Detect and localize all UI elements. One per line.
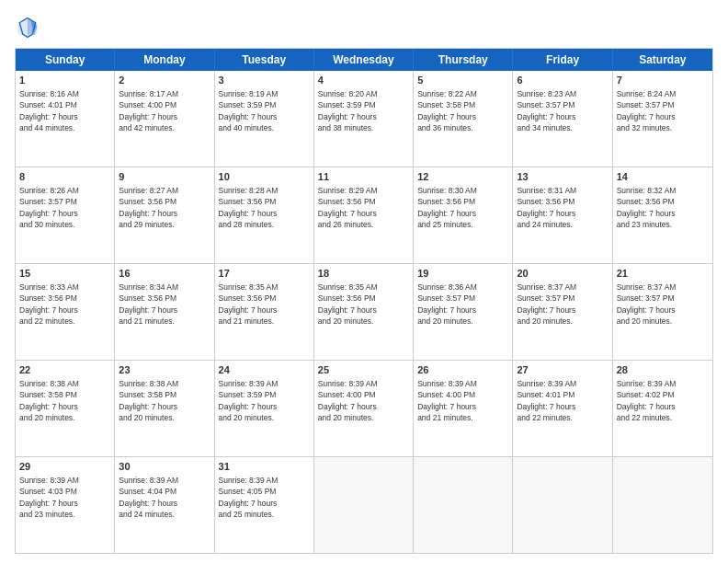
cal-cell-21: 21Sunrise: 8:37 AM Sunset: 3:57 PM Dayli… [613, 264, 712, 360]
day-number: 18 [318, 267, 409, 281]
week-row-1: 1Sunrise: 8:16 AM Sunset: 4:01 PM Daylig… [16, 71, 712, 167]
day-number: 7 [617, 74, 709, 87]
day-number: 30 [119, 460, 210, 474]
calendar-header: SundayMondayTuesdayWednesdayThursdayFrid… [16, 49, 712, 71]
day-number: 17 [219, 267, 310, 281]
cell-info: Sunrise: 8:39 AM Sunset: 4:01 PM Dayligh… [517, 379, 576, 422]
cal-cell-17: 17Sunrise: 8:35 AM Sunset: 3:56 PM Dayli… [215, 264, 314, 360]
cell-info: Sunrise: 8:38 AM Sunset: 3:58 PM Dayligh… [19, 379, 79, 422]
day-number: 24 [219, 363, 310, 377]
day-number: 6 [517, 74, 608, 87]
cell-info: Sunrise: 8:39 AM Sunset: 3:59 PM Dayligh… [219, 379, 279, 422]
page: SundayMondayTuesdayWednesdayThursdayFrid… [0, 0, 728, 563]
cal-cell-29: 29Sunrise: 8:39 AM Sunset: 4:03 PM Dayli… [16, 457, 115, 553]
cal-cell-5: 5Sunrise: 8:22 AM Sunset: 3:58 PM Daylig… [414, 71, 513, 167]
header-day-monday: Monday [115, 49, 214, 71]
day-number: 21 [617, 267, 709, 281]
cell-info: Sunrise: 8:39 AM Sunset: 4:00 PM Dayligh… [417, 379, 477, 422]
cell-info: Sunrise: 8:39 AM Sunset: 4:05 PM Dayligh… [219, 476, 279, 519]
day-number: 31 [219, 460, 310, 474]
cal-cell-31: 31Sunrise: 8:39 AM Sunset: 4:05 PM Dayli… [215, 457, 314, 553]
cal-cell-6: 6Sunrise: 8:23 AM Sunset: 3:57 PM Daylig… [513, 71, 612, 167]
logo [15, 15, 44, 40]
cal-cell-14: 14Sunrise: 8:32 AM Sunset: 3:56 PM Dayli… [613, 167, 712, 263]
cal-cell-20: 20Sunrise: 8:37 AM Sunset: 3:57 PM Dayli… [513, 264, 612, 360]
cell-info: Sunrise: 8:36 AM Sunset: 3:57 PM Dayligh… [417, 282, 477, 326]
header-day-sunday: Sunday [16, 49, 115, 71]
calendar-body: 1Sunrise: 8:16 AM Sunset: 4:01 PM Daylig… [16, 71, 712, 553]
day-number: 3 [219, 74, 310, 87]
day-number: 20 [517, 267, 608, 281]
cal-cell-27: 27Sunrise: 8:39 AM Sunset: 4:01 PM Dayli… [513, 361, 612, 456]
cal-cell-7: 7Sunrise: 8:24 AM Sunset: 3:57 PM Daylig… [613, 71, 712, 167]
day-number: 13 [517, 170, 608, 184]
cell-info: Sunrise: 8:23 AM Sunset: 3:57 PM Dayligh… [517, 89, 576, 132]
cal-cell-11: 11Sunrise: 8:29 AM Sunset: 3:56 PM Dayli… [314, 167, 414, 263]
cal-cell-empty [314, 457, 414, 553]
cell-info: Sunrise: 8:39 AM Sunset: 4:03 PM Dayligh… [19, 476, 79, 519]
week-row-5: 29Sunrise: 8:39 AM Sunset: 4:03 PM Dayli… [16, 456, 712, 553]
day-number: 25 [318, 363, 409, 377]
logo-icon [15, 15, 40, 40]
cell-info: Sunrise: 8:35 AM Sunset: 3:56 PM Dayligh… [219, 282, 279, 326]
cal-cell-2: 2Sunrise: 8:17 AM Sunset: 4:00 PM Daylig… [115, 71, 214, 167]
cell-info: Sunrise: 8:30 AM Sunset: 3:56 PM Dayligh… [417, 186, 477, 229]
header-day-wednesday: Wednesday [314, 49, 414, 71]
cal-cell-16: 16Sunrise: 8:34 AM Sunset: 3:56 PM Dayli… [115, 264, 214, 360]
week-row-4: 22Sunrise: 8:38 AM Sunset: 3:58 PM Dayli… [16, 360, 712, 456]
cal-cell-30: 30Sunrise: 8:39 AM Sunset: 4:04 PM Dayli… [115, 457, 214, 553]
cal-cell-19: 19Sunrise: 8:36 AM Sunset: 3:57 PM Dayli… [414, 264, 513, 360]
day-number: 1 [19, 74, 110, 87]
cell-info: Sunrise: 8:20 AM Sunset: 3:59 PM Dayligh… [318, 89, 378, 132]
cell-info: Sunrise: 8:37 AM Sunset: 3:57 PM Dayligh… [517, 282, 576, 326]
day-number: 14 [617, 170, 709, 184]
day-number: 19 [417, 267, 508, 281]
header [15, 15, 713, 40]
cal-cell-3: 3Sunrise: 8:19 AM Sunset: 3:59 PM Daylig… [215, 71, 314, 167]
day-number: 2 [119, 74, 210, 87]
cell-info: Sunrise: 8:17 AM Sunset: 4:00 PM Dayligh… [119, 89, 178, 132]
header-day-saturday: Saturday [613, 49, 712, 71]
cal-cell-13: 13Sunrise: 8:31 AM Sunset: 3:56 PM Dayli… [513, 167, 612, 263]
week-row-2: 8Sunrise: 8:26 AM Sunset: 3:57 PM Daylig… [16, 167, 712, 263]
cal-cell-12: 12Sunrise: 8:30 AM Sunset: 3:56 PM Dayli… [414, 167, 513, 263]
cal-cell-18: 18Sunrise: 8:35 AM Sunset: 3:56 PM Dayli… [314, 264, 414, 360]
cal-cell-1: 1Sunrise: 8:16 AM Sunset: 4:01 PM Daylig… [16, 71, 115, 167]
cal-cell-25: 25Sunrise: 8:39 AM Sunset: 4:00 PM Dayli… [314, 361, 414, 456]
cal-cell-8: 8Sunrise: 8:26 AM Sunset: 3:57 PM Daylig… [16, 167, 115, 263]
day-number: 27 [517, 363, 608, 377]
cell-info: Sunrise: 8:34 AM Sunset: 3:56 PM Dayligh… [119, 282, 178, 326]
cell-info: Sunrise: 8:33 AM Sunset: 3:56 PM Dayligh… [19, 282, 79, 326]
day-number: 29 [19, 460, 110, 474]
cal-cell-empty [513, 457, 612, 553]
cell-info: Sunrise: 8:35 AM Sunset: 3:56 PM Dayligh… [318, 282, 378, 326]
day-number: 23 [119, 363, 210, 377]
cell-info: Sunrise: 8:31 AM Sunset: 3:56 PM Dayligh… [517, 186, 576, 229]
day-number: 4 [318, 74, 409, 87]
cal-cell-24: 24Sunrise: 8:39 AM Sunset: 3:59 PM Dayli… [215, 361, 314, 456]
cell-info: Sunrise: 8:39 AM Sunset: 4:04 PM Dayligh… [119, 476, 178, 519]
cell-info: Sunrise: 8:16 AM Sunset: 4:01 PM Dayligh… [19, 89, 79, 132]
cell-info: Sunrise: 8:19 AM Sunset: 3:59 PM Dayligh… [219, 89, 279, 132]
cal-cell-9: 9Sunrise: 8:27 AM Sunset: 3:56 PM Daylig… [115, 167, 214, 263]
day-number: 26 [417, 363, 508, 377]
cell-info: Sunrise: 8:22 AM Sunset: 3:58 PM Dayligh… [417, 89, 477, 132]
day-number: 28 [617, 363, 709, 377]
day-number: 11 [318, 170, 409, 184]
cal-cell-15: 15Sunrise: 8:33 AM Sunset: 3:56 PM Dayli… [16, 264, 115, 360]
cal-cell-empty [613, 457, 712, 553]
day-number: 12 [417, 170, 508, 184]
header-day-thursday: Thursday [414, 49, 513, 71]
day-number: 22 [19, 363, 110, 377]
cell-info: Sunrise: 8:24 AM Sunset: 3:57 PM Dayligh… [617, 89, 677, 132]
cell-info: Sunrise: 8:29 AM Sunset: 3:56 PM Dayligh… [318, 186, 378, 229]
cal-cell-10: 10Sunrise: 8:28 AM Sunset: 3:56 PM Dayli… [215, 167, 314, 263]
cal-cell-26: 26Sunrise: 8:39 AM Sunset: 4:00 PM Dayli… [414, 361, 513, 456]
day-number: 8 [19, 170, 110, 184]
cell-info: Sunrise: 8:39 AM Sunset: 4:00 PM Dayligh… [318, 379, 378, 422]
header-day-tuesday: Tuesday [215, 49, 314, 71]
week-row-3: 15Sunrise: 8:33 AM Sunset: 3:56 PM Dayli… [16, 263, 712, 360]
cell-info: Sunrise: 8:32 AM Sunset: 3:56 PM Dayligh… [617, 186, 677, 229]
header-day-friday: Friday [513, 49, 612, 71]
cal-cell-empty [414, 457, 513, 553]
